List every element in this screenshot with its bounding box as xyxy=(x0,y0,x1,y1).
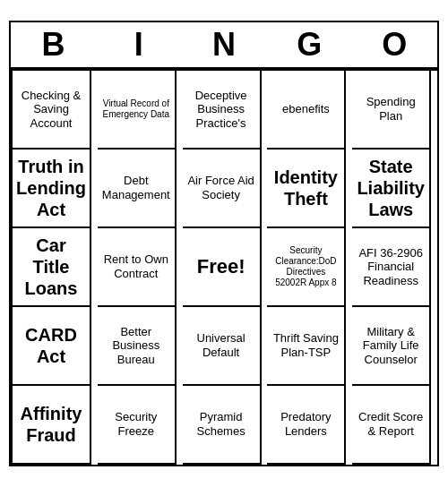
bingo-card: B I N G O Checking & Saving AccountVirtu… xyxy=(9,21,439,466)
bingo-cell-6: Debt Management xyxy=(98,150,177,228)
bingo-cell-17: Universal Default xyxy=(183,307,262,386)
bingo-header: B I N G O xyxy=(11,22,437,69)
bingo-cell-10: Car Title Loans xyxy=(13,228,91,307)
bingo-cell-4: Spending Plan xyxy=(352,71,431,150)
header-i: I xyxy=(99,26,178,64)
bingo-cell-13: Security Clearance:DoD Directives 52002R… xyxy=(267,228,346,307)
bingo-cell-5: Truth in Lending Act xyxy=(13,150,91,228)
bingo-cell-20: Affinity Fraud xyxy=(13,386,91,465)
bingo-cell-1: Virtual Record of Emergency Data xyxy=(98,71,177,150)
bingo-cell-7: Air Force Aid Society xyxy=(183,150,262,228)
bingo-cell-18: Thrift Saving Plan-TSP xyxy=(267,307,346,386)
bingo-cell-16: Better Business Bureau xyxy=(98,307,177,386)
bingo-cell-23: Predatory Lenders xyxy=(267,386,346,465)
bingo-cell-11: Rent to Own Contract xyxy=(98,228,177,307)
bingo-cell-2: Deceptive Business Practice's xyxy=(183,71,262,150)
header-g: G xyxy=(270,26,349,64)
bingo-cell-12: Free! xyxy=(183,228,262,307)
header-o: O xyxy=(355,26,434,64)
bingo-cell-0: Checking & Saving Account xyxy=(13,71,91,150)
bingo-cell-3: ebenefits xyxy=(267,71,346,150)
bingo-cell-21: Security Freeze xyxy=(98,386,177,465)
bingo-cell-8: Identity Theft xyxy=(267,150,346,228)
bingo-cell-19: Military & Family Life Counselor xyxy=(352,307,431,386)
header-n: N xyxy=(185,26,263,64)
bingo-cell-15: CARD Act xyxy=(13,307,91,386)
bingo-cell-14: AFI 36-2906 Financial Readiness xyxy=(352,228,431,307)
bingo-grid: Checking & Saving AccountVirtual Record … xyxy=(11,69,437,465)
bingo-cell-9: State Liability Laws xyxy=(352,150,431,228)
bingo-cell-22: Pyramid Schemes xyxy=(183,386,262,465)
header-b: B xyxy=(14,26,93,64)
bingo-cell-24: Credit Score & Report xyxy=(352,386,431,465)
